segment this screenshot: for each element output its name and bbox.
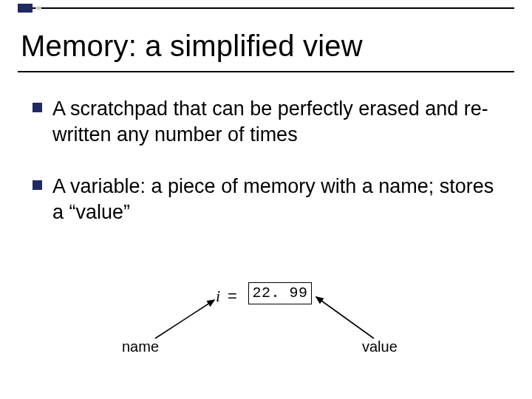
page-title: Memory: a simplified view [21,30,363,63]
equals-sign: = [228,287,237,306]
list-item: A variable: a piece of memory with a nam… [33,174,499,225]
title-underline [18,71,514,72]
svg-line-1 [316,297,374,338]
list-item: A scratchpad that can be perfectly erase… [33,96,499,147]
bullet-list: A scratchpad that can be perfectly erase… [33,96,499,251]
header-accent-block [18,4,33,13]
value-box: 22. 99 [248,282,312,304]
arrow-value-icon [310,293,384,343]
bullet-text: A scratchpad that can be perfectly erase… [52,96,499,147]
arrow-name-icon [151,296,225,343]
header-accent-block-small [35,7,41,10]
bullet-text: A variable: a piece of memory with a nam… [52,174,499,225]
variable-diagram: i = 22. 99 name value [0,273,532,392]
square-bullet-icon [33,103,42,112]
svg-line-0 [155,300,214,338]
header-accent [18,7,514,9]
square-bullet-icon [33,180,42,190]
